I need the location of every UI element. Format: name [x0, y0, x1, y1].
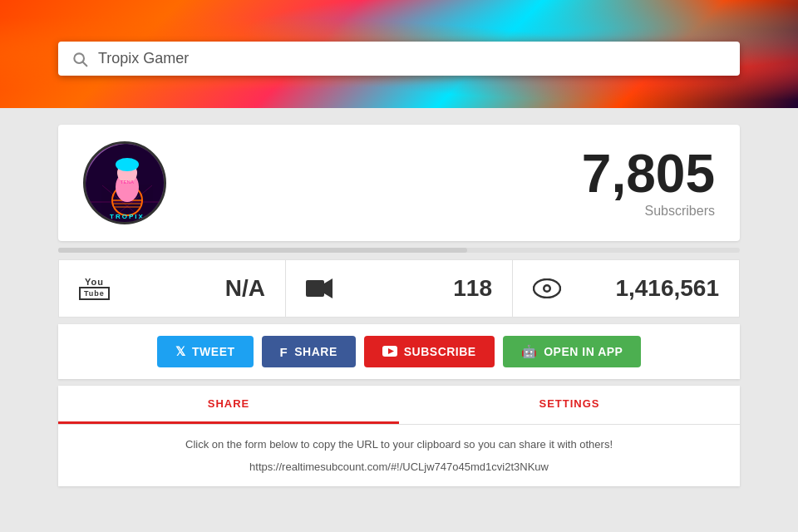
stat-value-views: 1,416,561 — [615, 275, 719, 302]
search-icon — [71, 51, 88, 67]
avatar-image: TENA TROPIX — [86, 144, 166, 224]
share-button[interactable]: f SHARE — [262, 336, 356, 367]
progress-bar-container — [58, 248, 740, 253]
subscriber-count: 7,805 — [582, 147, 715, 200]
stat-card-views: 1,416,561 — [513, 259, 740, 318]
twitter-icon: 𝕏 — [175, 344, 186, 359]
svg-text:TROPIX: TROPIX — [110, 213, 145, 220]
svg-rect-15 — [306, 280, 324, 297]
svg-point-19 — [545, 287, 549, 291]
tabs-section: SHARE SETTINGS Click on the form below t… — [58, 386, 740, 486]
svg-text:TENA: TENA — [121, 180, 135, 185]
buttons-row: 𝕏 TWEET f SHARE SUBSCRIBE 🤖 OPEN IN APP — [58, 324, 740, 379]
share-url[interactable]: https://realtimesubcount.com/#!/UCLjw747… — [75, 461, 723, 473]
stat-value-videos: 118 — [453, 275, 492, 302]
svg-line-1 — [83, 62, 87, 66]
main-content: TENA TROPIX 7,805 Subscribers You Tube N… — [0, 125, 798, 486]
open-in-app-button[interactable]: 🤖 OPEN IN APP — [503, 336, 642, 367]
stat-value-youtube: N/A — [225, 275, 265, 302]
subscribe-button[interactable]: SUBSCRIBE — [364, 336, 495, 367]
share-content: Click on the form below to copy the URL … — [58, 425, 740, 486]
subscriber-section: 7,805 Subscribers — [582, 147, 715, 219]
youtube-logo-icon: You Tube — [79, 277, 110, 300]
search-bar: Tropix Gamer — [58, 42, 740, 76]
tweet-button[interactable]: 𝕏 TWEET — [157, 336, 254, 367]
stats-row: You Tube N/A 118 1 — [58, 259, 740, 318]
video-camera-icon — [306, 277, 332, 300]
share-description: Click on the form below to copy the URL … — [75, 438, 723, 451]
svg-marker-16 — [324, 278, 332, 298]
tabs-header: SHARE SETTINGS — [58, 386, 740, 425]
tab-share[interactable]: SHARE — [58, 386, 399, 424]
channel-info: TENA TROPIX — [83, 141, 166, 224]
android-icon: 🤖 — [521, 344, 538, 359]
subscriber-label: Subscribers — [582, 204, 715, 219]
progress-bar-fill — [58, 248, 467, 253]
stat-card-videos: 118 — [286, 259, 513, 318]
youtube-subscribe-icon — [382, 345, 397, 359]
channel-card: TENA TROPIX 7,805 Subscribers — [58, 125, 740, 241]
tab-settings[interactable]: SETTINGS — [399, 386, 740, 424]
search-input[interactable]: Tropix Gamer — [98, 50, 727, 67]
facebook-icon: f — [280, 345, 288, 359]
eye-icon — [533, 278, 561, 298]
svg-point-12 — [116, 158, 139, 171]
avatar: TENA TROPIX — [83, 141, 166, 224]
stat-card-youtube: You Tube N/A — [58, 259, 286, 318]
